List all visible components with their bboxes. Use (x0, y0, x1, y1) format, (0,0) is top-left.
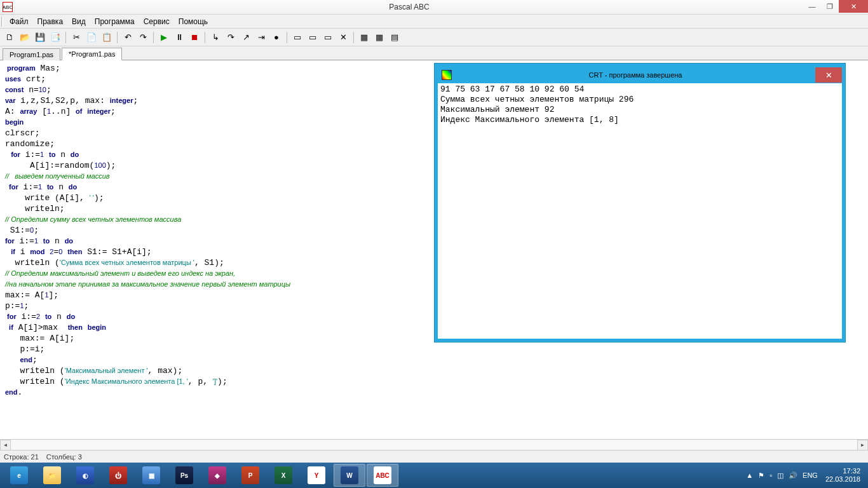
breakpoint-icon[interactable]: ● (269, 30, 283, 44)
taskbar: e📁◐⏻▦Ps◆PXYWABC ▲ ⚑ ▫ ◫ 🔊 ENG 17:32 22.0… (0, 463, 868, 488)
tray-network-icon[interactable]: ▫ (770, 471, 772, 479)
photoshop-icon[interactable]: Ps (168, 464, 200, 487)
save-all-icon[interactable]: 📑 (48, 30, 62, 44)
app-icon-1[interactable]: ◐ (69, 464, 101, 487)
scroll-left-button[interactable]: ◄ (0, 440, 11, 451)
close-panel-icon[interactable]: ✕ (336, 30, 350, 44)
undo-icon[interactable]: ↶ (121, 30, 135, 44)
maximize-button[interactable]: ❐ (821, 0, 839, 13)
excel-icon[interactable]: X (268, 464, 299, 487)
menu-сервис[interactable]: Сервис (139, 15, 174, 28)
props-icon[interactable]: ▤ (388, 30, 402, 44)
new-file-icon[interactable]: 🗋 (3, 30, 17, 44)
titlebar: ABC Pascal ABC — ❐ ✕ (0, 0, 868, 15)
copy-icon[interactable]: 📄 (85, 30, 98, 44)
tab[interactable]: *Program1.pas (62, 48, 122, 60)
app-icon-4[interactable]: ◆ (201, 464, 233, 487)
menubar: ФайлПравкаВидПрограммаСервисПомощь (0, 15, 868, 29)
window-title: Pascal ABC (15, 3, 803, 11)
toolbar: 🗋📂💾📑✂📄📋↶↷▶⏸⏹↳↷↗⇥●▭▭▭✕▦▦▤ (0, 29, 868, 46)
tray-wifi-icon[interactable]: ◫ (777, 471, 783, 480)
minimize-button[interactable]: — (803, 0, 821, 13)
crt-titlebar[interactable]: CRT - программа завершена ✕ (438, 67, 842, 83)
crt-output-body: 91 75 63 17 67 58 10 92 60 54 Сумма всех… (438, 83, 842, 339)
cut-icon[interactable]: ✂ (69, 30, 83, 44)
app-icon-2[interactable]: ⏻ (102, 464, 134, 487)
close-button[interactable]: ✕ (839, 0, 868, 13)
explorer-icon[interactable]: 📁 (36, 464, 68, 487)
locals-icon[interactable]: ▭ (306, 30, 320, 44)
step-out-icon[interactable]: ↗ (239, 30, 253, 44)
run-icon[interactable]: ▶ (157, 30, 171, 44)
system-tray: ▲ ⚑ ▫ ◫ 🔊 ENG 17:32 22.03.2018 (741, 463, 868, 488)
app-icon: ABC (3, 2, 13, 12)
crt-icon (442, 70, 452, 80)
watch-icon[interactable]: ▭ (290, 30, 304, 44)
menu-файл[interactable]: Файл (5, 15, 33, 28)
content-area: program Mas; uses crt; const n=10; var i… (0, 60, 868, 439)
tray-up-icon[interactable]: ▲ (746, 471, 753, 479)
step-over-icon[interactable]: ↷ (224, 30, 238, 44)
scroll-right-button[interactable]: ► (857, 440, 868, 451)
crt-title-text: CRT - программа завершена (456, 71, 815, 79)
tray-volume-icon[interactable]: 🔊 (789, 471, 797, 480)
design-icon[interactable]: ▦ (357, 30, 371, 44)
crt-close-button[interactable]: ✕ (815, 67, 842, 83)
app-icon-3[interactable]: ▦ (135, 464, 167, 487)
run-to-cursor-icon[interactable]: ⇥ (254, 30, 268, 44)
menu-помощь[interactable]: Помощь (174, 15, 212, 28)
scroll-track[interactable] (11, 440, 857, 450)
editor-tabs: Program1.pas*Program1.pas (0, 46, 868, 60)
word-icon[interactable]: W (334, 464, 365, 487)
paste-icon[interactable]: 📋 (100, 30, 114, 44)
pause-icon[interactable]: ⏸ (172, 30, 186, 44)
crt-output-window[interactable]: CRT - программа завершена ✕ 91 75 63 17 … (435, 64, 845, 342)
powerpoint-icon[interactable]: P (234, 464, 266, 487)
ie-icon[interactable]: e (3, 464, 35, 487)
output-icon[interactable]: ▭ (321, 30, 335, 44)
statusbar: Строка: 21 Столбец: 3 (0, 450, 868, 463)
save-icon[interactable]: 💾 (33, 30, 47, 44)
scrollbar-horizontal[interactable]: ◄ ► (0, 439, 868, 450)
stop-icon[interactable]: ⏹ (187, 30, 201, 44)
yandex-icon[interactable]: Y (301, 464, 332, 487)
open-file-icon[interactable]: 📂 (18, 30, 32, 44)
tab[interactable]: Program1.pas (3, 48, 60, 60)
step-into-icon[interactable]: ↳ (208, 30, 222, 44)
form-icon[interactable]: ▦ (372, 30, 386, 44)
menu-правка[interactable]: Правка (33, 15, 68, 28)
tray-lang[interactable]: ENG (803, 471, 818, 479)
grip-icon (1, 17, 3, 27)
redo-icon[interactable]: ↷ (136, 30, 150, 44)
menu-программа[interactable]: Программа (90, 15, 139, 28)
menu-вид[interactable]: Вид (67, 15, 90, 28)
tray-flag-icon[interactable]: ⚑ (758, 471, 764, 480)
clock[interactable]: 17:32 22.03.2018 (825, 467, 860, 484)
pascal-icon[interactable]: ABC (367, 464, 398, 487)
